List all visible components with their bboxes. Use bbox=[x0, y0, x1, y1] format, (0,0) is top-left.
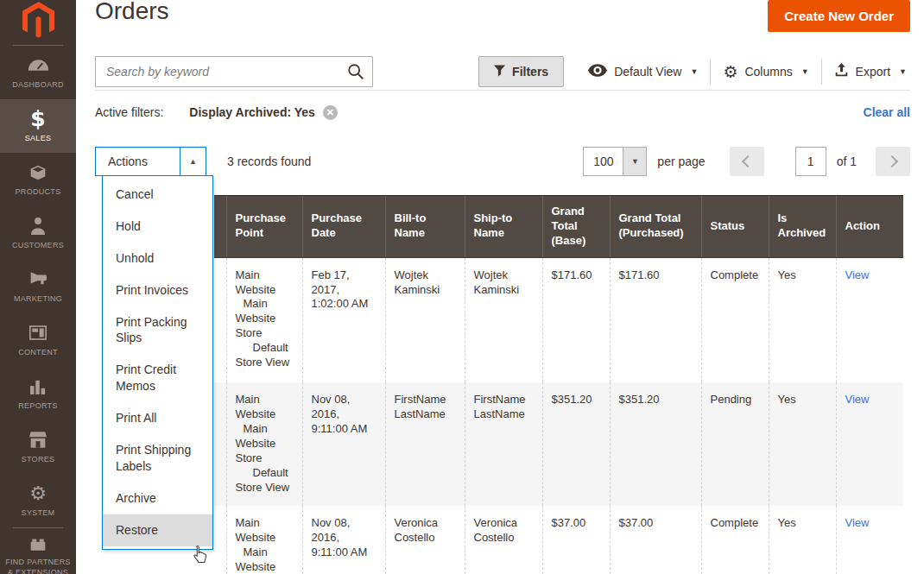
cell-bill-to: Veronica Costello bbox=[385, 506, 465, 574]
cell-status: Complete bbox=[701, 506, 769, 574]
next-page-button[interactable] bbox=[876, 147, 910, 176]
cell-purchase-point: Main Website Main Website Store Default … bbox=[226, 506, 302, 574]
menu-item-print-invoices[interactable]: Print Invoices bbox=[103, 274, 212, 306]
col-bill-to-name[interactable]: Bill-to Name bbox=[385, 196, 465, 258]
cell-is-archived: Yes bbox=[769, 257, 836, 382]
search-icon[interactable] bbox=[346, 62, 365, 85]
find-partners-icon bbox=[29, 533, 47, 553]
eye-icon bbox=[588, 64, 607, 79]
actions-dropdown-button[interactable]: Actions ▲ bbox=[95, 147, 206, 176]
dashboard-icon bbox=[28, 55, 48, 76]
cell-status: Pending bbox=[701, 382, 769, 506]
table-header-row: Purchase Point Purchase Date Bill-to Nam… bbox=[214, 196, 903, 258]
cell-is-archived: Yes bbox=[769, 506, 836, 574]
sales-icon: $ bbox=[30, 109, 45, 129]
export-control[interactable]: Export ▼ bbox=[822, 63, 910, 80]
clear-all-link[interactable]: Clear all bbox=[864, 105, 910, 119]
col-is-archived[interactable]: Is Archived bbox=[769, 196, 836, 258]
chevron-down-icon: ▼ bbox=[801, 67, 809, 76]
create-new-order-button[interactable]: Create New Order bbox=[768, 0, 910, 32]
menu-item-hold[interactable]: Hold bbox=[103, 211, 212, 243]
cell-ship-to: Veronica Costello bbox=[465, 506, 542, 574]
per-page-select[interactable]: 100 ▼ bbox=[583, 147, 647, 176]
view-order-link[interactable]: View bbox=[845, 393, 870, 406]
orders-table: Purchase Point Purchase Date Bill-to Nam… bbox=[214, 195, 903, 574]
sidebar-item-products[interactable]: PRODUCTS bbox=[0, 153, 76, 206]
remove-filter-icon[interactable]: ✕ bbox=[323, 105, 338, 120]
sidebar: DASHBOARD $ SALES PRODUCTS CUSTOMERS MAR… bbox=[0, 0, 76, 574]
cell-grand-total-purchased: $37.00 bbox=[610, 506, 701, 574]
cell-purchase-point: Main Website Main Website Store Default … bbox=[226, 382, 302, 506]
search-input[interactable] bbox=[95, 56, 373, 87]
columns-control[interactable]: ⚙ Columns ▼ bbox=[711, 64, 820, 80]
cell-bill-to: FirstName LastName bbox=[385, 382, 465, 506]
magento-orders-page: { "colors":{"accent_orange":"#eb5202","l… bbox=[0, 0, 924, 574]
sidebar-item-dashboard[interactable]: DASHBOARD bbox=[0, 46, 76, 99]
filters-button[interactable]: Filters bbox=[478, 56, 564, 87]
col-status[interactable]: Status bbox=[701, 196, 769, 258]
marketing-icon bbox=[29, 269, 47, 290]
actions-dropdown-menu: Cancel Hold Unhold Print Invoices Print … bbox=[102, 175, 213, 550]
magento-logo[interactable] bbox=[0, 0, 76, 45]
page-number-input[interactable] bbox=[795, 147, 826, 176]
menu-item-print-shipping-labels[interactable]: Print Shipping Labels bbox=[103, 434, 212, 483]
per-page-label: per page bbox=[657, 155, 705, 168]
page-title: Orders bbox=[95, 0, 169, 25]
col-purchase-date[interactable]: Purchase Date bbox=[302, 196, 385, 258]
col-ship-to-name[interactable]: Ship-to Name bbox=[465, 196, 542, 258]
toolbar-controls: Filters Default View ▼ ⚙ Columns ▼ Exp bbox=[478, 56, 910, 87]
sidebar-item-sales[interactable]: $ SALES bbox=[0, 99, 76, 153]
sidebar-item-stores[interactable]: STORES bbox=[0, 420, 76, 474]
cell-ship-to: Wojtek Kaminski bbox=[465, 257, 542, 382]
gear-icon: ⚙ bbox=[723, 64, 737, 80]
cell-purchase-date: Nov 08, 2016, 9:11:00 AM bbox=[302, 506, 385, 574]
cell-bill-to: Wojtek Kaminski bbox=[385, 257, 465, 382]
col-grand-total-purchased[interactable]: Grand Total (Purchased) bbox=[610, 196, 701, 258]
export-icon bbox=[834, 63, 849, 80]
default-view-control[interactable]: Default View ▼ bbox=[576, 64, 710, 79]
chevron-down-icon: ▼ bbox=[690, 67, 698, 76]
cell-purchase-date: Feb 17, 2017, 1:02:00 AM bbox=[302, 257, 385, 382]
chevron-left-icon bbox=[742, 155, 754, 167]
col-hidden bbox=[214, 196, 226, 258]
sidebar-item-customers[interactable]: CUSTOMERS bbox=[0, 206, 76, 260]
pagination: 100 ▼ per page of 1 bbox=[583, 147, 910, 176]
table-row[interactable]: Main Website Main Website Store Default … bbox=[214, 257, 903, 382]
menu-item-cancel[interactable]: Cancel bbox=[103, 179, 212, 211]
chevron-up-icon: ▲ bbox=[180, 148, 206, 175]
view-order-link[interactable]: View bbox=[845, 268, 870, 281]
col-purchase-point[interactable]: Purchase Point bbox=[226, 196, 302, 258]
cell-action: View bbox=[836, 257, 903, 382]
customers-icon bbox=[31, 216, 45, 237]
page-count-label: of 1 bbox=[837, 155, 857, 168]
system-icon: ⚙ bbox=[29, 483, 47, 504]
cell-grand-total-base: $171.60 bbox=[542, 257, 610, 382]
sidebar-item-marketing[interactable]: MARKETING bbox=[0, 260, 76, 313]
table-row[interactable]: Main Website Main Website Store Default … bbox=[214, 506, 903, 574]
cell-grand-total-base: $37.00 bbox=[542, 506, 610, 574]
table-row[interactable]: Main Website Main Website Store Default … bbox=[214, 382, 903, 506]
menu-item-restore[interactable]: Restore bbox=[103, 514, 212, 546]
active-filters-label: Active filters: bbox=[95, 105, 163, 119]
cell-purchase-date: Nov 08, 2016, 9:11:00 AM bbox=[302, 382, 385, 506]
cell-grand-total-base: $351.20 bbox=[542, 382, 610, 506]
sidebar-item-reports[interactable]: REPORTS bbox=[0, 367, 76, 420]
previous-page-button[interactable] bbox=[730, 147, 764, 176]
chevron-right-icon bbox=[885, 155, 897, 167]
chevron-down-icon: ▼ bbox=[899, 67, 907, 76]
magento-logo-icon bbox=[22, 2, 54, 39]
sidebar-item-content[interactable]: CONTENT bbox=[0, 313, 76, 367]
filter-chip: Display Archived: Yes ✕ bbox=[189, 105, 338, 120]
content-icon bbox=[29, 323, 47, 344]
menu-item-archive[interactable]: Archive bbox=[103, 483, 212, 514]
cell-action: View bbox=[836, 506, 903, 574]
sidebar-item-find-partners[interactable]: FIND PARTNERS & EXTENSIONS bbox=[0, 528, 76, 574]
menu-item-print-credit-memos[interactable]: Print Credit Memos bbox=[103, 354, 212, 402]
menu-item-print-all[interactable]: Print All bbox=[103, 402, 212, 434]
sidebar-item-system[interactable]: ⚙ SYSTEM bbox=[0, 474, 76, 527]
menu-item-print-packing-slips[interactable]: Print Packing Slips bbox=[103, 306, 212, 355]
view-order-link[interactable]: View bbox=[845, 516, 870, 529]
col-grand-total-base[interactable]: Grand Total (Base) bbox=[542, 196, 610, 258]
grid-controls-row: Actions ▲ 3 records found 100 ▼ per page… bbox=[95, 147, 910, 176]
menu-item-unhold[interactable]: Unhold bbox=[103, 243, 212, 274]
